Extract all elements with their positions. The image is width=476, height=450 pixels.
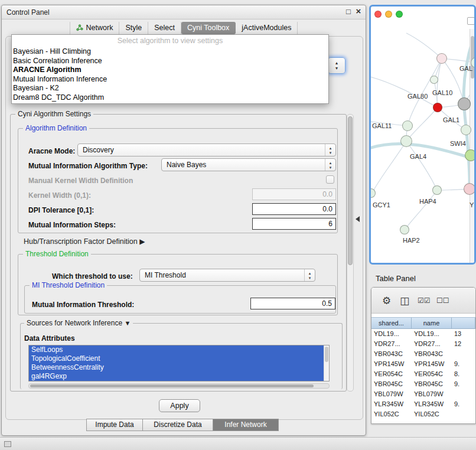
network-node[interactable] — [402, 120, 413, 131]
dpi-tolerance-field[interactable]: 0.0 — [252, 203, 336, 215]
tab-impute-data[interactable]: Impute Data — [86, 419, 143, 431]
attribute-item[interactable]: TopologicalCoefficient — [29, 354, 324, 363]
close-window-button[interactable]: × — [354, 6, 363, 16]
attribute-item[interactable]: gal4RGexp — [29, 372, 324, 381]
network-node-label: Y — [470, 201, 474, 208]
data-attributes-list: SelfLoops TopologicalCoefficient Between… — [28, 345, 330, 381]
aracne-mode-select[interactable]: Discovery ▴▾ — [77, 144, 336, 156]
tab-label: Network — [86, 24, 113, 32]
which-threshold-label: Which threshold to use: — [52, 272, 133, 281]
mi-threshold-label: Mutual Information Threshold: — [32, 301, 134, 309]
algorithm-option[interactable]: Basic Correlation Inference — [12, 57, 328, 66]
which-threshold-value: MI Threshold — [145, 271, 186, 279]
zoom-traffic-light[interactable] — [396, 11, 403, 18]
network-node[interactable] — [464, 183, 474, 195]
attribute-list-vertical-scrollbar[interactable] — [324, 345, 329, 381]
control-panel-tab-bar: Network Style Select Cyni Toolbox jActiv… — [2, 20, 366, 35]
which-threshold-select[interactable]: MI Threshold ▴▾ — [139, 269, 315, 282]
deselect-all-icon[interactable]: ☐☐ — [436, 296, 449, 305]
expand-arrow-icon[interactable]: ▶ — [139, 237, 145, 246]
close-traffic-light[interactable] — [374, 11, 382, 18]
algorithm-definition-group: Algorithm Definition Aracne Mode: Discov… — [18, 128, 338, 233]
table-row[interactable]: YBR045C YBR045C 9. — [371, 379, 475, 389]
table-row[interactable]: YDR27... YDR27... 12 — [371, 339, 475, 349]
cyni-algorithm-settings-group: Cyni Algorithm Settings Algorithm Defini… — [10, 114, 347, 392]
network-node[interactable] — [458, 97, 471, 110]
table-row[interactable]: YBR043C YBR043C — [371, 349, 475, 359]
attribute-list-horizontal-scrollbar[interactable] — [28, 383, 330, 389]
mi-steps-field[interactable]: 6 — [252, 218, 336, 230]
tab-discretize-data[interactable]: Discretize Data — [142, 419, 213, 431]
algorithm-combo-stepper[interactable]: ▴▾ — [328, 57, 345, 74]
network-node-label: GAL11 — [372, 122, 392, 129]
mi-threshold-definition-group: MI Threshold Definition Mutual Informati… — [24, 285, 336, 314]
table-row[interactable]: YPR145W YPR145W 9. — [371, 359, 475, 369]
sources-section-header[interactable]: Sources for Network Inference ▼ — [24, 319, 133, 327]
mi-algorithm-type-select[interactable]: Naive Bayes ▴▾ — [161, 158, 336, 171]
network-node[interactable] — [433, 103, 442, 112]
network-node[interactable] — [400, 135, 412, 147]
table-panel-window: ⚙ ◫ ☑☑ ☐☐ shared... name YDL19... YDL19.… — [371, 287, 476, 424]
toolbar-fragment[interactable] — [467, 17, 474, 25]
tab-cyni-toolbox[interactable]: Cyni Toolbox — [181, 22, 236, 34]
control-panel-titlebar[interactable]: Control Panel □ × — [2, 5, 366, 19]
float-window-button[interactable]: □ — [344, 7, 353, 16]
data-attributes-label: Data Attributes — [24, 334, 75, 343]
manual-kernel-checkbox[interactable] — [326, 175, 334, 184]
kernel-width-label: Kernel Width (0,1): — [28, 191, 91, 200]
collapse-arrow-icon[interactable]: ▼ — [124, 319, 131, 327]
tab-network[interactable]: Network — [70, 22, 120, 34]
column-header-extra[interactable] — [452, 318, 475, 328]
stepper-icon: ▴▾ — [325, 159, 335, 171]
algorithm-option[interactable]: Bayesian - K2 — [12, 84, 328, 93]
network-node[interactable] — [432, 185, 442, 195]
tab-select[interactable]: Select — [148, 22, 181, 34]
settings-gear-icon[interactable]: ⚙ — [382, 295, 391, 307]
apply-button[interactable]: Apply — [159, 399, 200, 412]
column-header-name[interactable]: name — [412, 318, 452, 328]
column-header-shared-name[interactable]: shared... — [371, 318, 412, 328]
algorithm-option[interactable]: ARACNE Algorithm — [12, 66, 328, 75]
select-all-icon[interactable]: ☑☑ — [418, 296, 431, 305]
table-row[interactable]: YBL079W YBL079W — [371, 389, 475, 399]
aracne-mode-value: Discovery — [83, 146, 114, 154]
dpi-tolerance-label: DPI Tolerance [0,1]: — [28, 206, 94, 214]
settings-scrollbar[interactable] — [347, 114, 354, 392]
tab-infer-network[interactable]: Infer Network — [213, 419, 279, 431]
algorithm-option[interactable]: Mutual Information Inference — [12, 75, 328, 84]
table-row[interactable]: YER054C YER054C 8. — [371, 369, 475, 379]
columns-icon[interactable]: ◫ — [400, 295, 409, 307]
mi-steps-label: Mutual Information Steps: — [28, 221, 116, 229]
tab-style[interactable]: Style — [119, 22, 148, 34]
network-node[interactable] — [436, 53, 447, 64]
attribute-item[interactable]: SelfLoops — [29, 345, 324, 354]
threshold-definition-group: Threshold Definition Which threshold to … — [18, 254, 338, 315]
hub-section-label: Hub/Transcription Factor Definition — [24, 237, 138, 246]
mi-type-value: Naive Bayes — [167, 161, 206, 169]
attribute-item[interactable]: BetweennessCentrality — [29, 363, 324, 372]
panel-icon[interactable] — [4, 441, 11, 447]
network-node[interactable] — [461, 125, 471, 135]
algorithm-option[interactable]: Dream8 DC_TDC Algorithm — [12, 93, 328, 103]
network-node[interactable] — [465, 149, 474, 161]
network-node-label: SWI4 — [450, 140, 466, 147]
settings-scrollbar-thumb[interactable] — [348, 116, 353, 265]
algorithm-option[interactable]: Bayesian - Hill Climbing — [12, 47, 328, 57]
threshold-definition-title: Threshold Definition — [23, 250, 91, 258]
network-canvas[interactable]: GAL10GAL11GAL1GAL4SWI4HAP4YHAP2GCY1GAL80… — [371, 6, 474, 263]
hub-section-header[interactable]: Hub/Transcription Factor Definition ▶ — [24, 237, 145, 246]
panel-collapse-arrow[interactable] — [356, 216, 360, 222]
kernel-width-field[interactable]: 0.0 — [252, 188, 336, 200]
table-row[interactable]: YDL19... YDL19... 13 — [371, 329, 475, 339]
table-row[interactable]: YLR345W YLR345W 9. — [371, 399, 475, 409]
tab-label: Select — [154, 24, 175, 32]
network-view-window: GAL10GAL11GAL1GAL4SWI4HAP4YHAP2GCY1GAL80… — [369, 5, 476, 265]
window-title: Control Panel — [6, 8, 50, 17]
network-icon — [76, 24, 83, 31]
mi-threshold-field[interactable]: 0.5 — [250, 298, 335, 309]
tab-jactivemodules[interactable]: jActiveModules — [236, 22, 298, 34]
table-row[interactable]: YIL052C YIL052C — [371, 409, 475, 419]
network-node[interactable] — [430, 76, 438, 84]
minimize-traffic-light[interactable] — [385, 11, 392, 18]
network-node[interactable] — [400, 225, 409, 234]
